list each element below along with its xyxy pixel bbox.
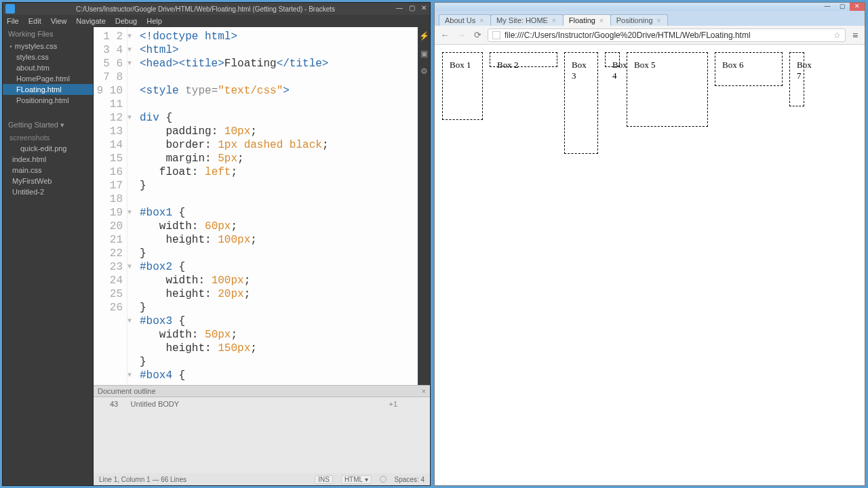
maximize-button[interactable]: ▢	[407, 5, 416, 13]
menu-navigate[interactable]: Navigate	[76, 17, 105, 25]
tab-floating[interactable]: Floating×	[563, 14, 611, 26]
file-positioning[interactable]: Positioning.html	[3, 95, 93, 106]
tree-main[interactable]: main.css	[3, 165, 93, 176]
status-lang[interactable]: HTML ▾	[341, 475, 372, 484]
outline-title: Document outline	[94, 386, 430, 397]
chrome-toolbar: ← → ⟳ file:///C:/Users/Instructor/Google…	[435, 26, 865, 45]
tab-close-icon[interactable]: ×	[657, 17, 661, 24]
chrome-minimize[interactable]: —	[820, 3, 835, 11]
chrome-menu-icon[interactable]: ≡	[850, 30, 861, 41]
brackets-titlebar: C:/Users/Instructor/Google Drive/HTML/We…	[3, 3, 430, 15]
brackets-title: C:/Users/Instructor/Google Drive/HTML/We…	[18, 5, 393, 13]
brackets-window: C:/Users/Instructor/Google Drive/HTML/We…	[2, 2, 431, 486]
float-box-7: Box 7	[789, 52, 804, 106]
code-editor[interactable]: 1 2 3 4 5 6 7 8 9 10 11 12 13 14 15 16 1…	[94, 27, 430, 385]
menu-file[interactable]: File	[7, 17, 19, 25]
outline-close-icon[interactable]: ×	[422, 387, 426, 395]
working-files-head: Working Files	[3, 27, 93, 41]
menu-help[interactable]: Help	[146, 17, 162, 25]
tree-index[interactable]: index.html	[3, 154, 93, 165]
status-indicator-icon	[380, 476, 387, 483]
page-icon	[492, 31, 500, 39]
screenshots-folder[interactable]: screenshots	[3, 132, 93, 143]
float-box-1: Box 1	[442, 52, 483, 120]
status-ins[interactable]: INS	[315, 475, 333, 484]
status-spaces[interactable]: Spaces: 4	[395, 476, 425, 483]
float-box-2: Box 2	[490, 52, 557, 67]
brackets-menubar: File Edit View Navigate Debug Help	[3, 15, 430, 27]
bookmark-star-icon[interactable]: ☆	[833, 30, 841, 40]
brackets-app-icon	[5, 4, 15, 14]
chrome-window: — ▢ ✕ About Us× My Site: HOME× Floating×…	[434, 2, 865, 486]
tree-myfirstweb[interactable]: MyFirstWeb	[3, 176, 93, 186]
file-floating[interactable]: FLoating.html	[3, 84, 93, 95]
menu-debug[interactable]: Debug	[115, 17, 137, 25]
settings-icon[interactable]: ⚙	[419, 66, 429, 76]
statusbar: Line 1, Column 1 — 66 Lines INS HTML ▾ S…	[94, 473, 430, 485]
forward-button[interactable]: →	[455, 30, 467, 40]
float-box-5: Box 5	[627, 52, 708, 127]
tab-close-icon[interactable]: ×	[479, 17, 484, 24]
line-gutter: 1 2 3 4 5 6 7 8 9 10 11 12 13 14 15 16 1…	[94, 27, 127, 385]
close-button[interactable]: ✕	[419, 5, 429, 13]
tree-untitled2[interactable]: Untitled-2	[3, 186, 93, 197]
file-about[interactable]: about.htm	[3, 62, 93, 73]
chrome-titlebar: — ▢ ✕	[435, 3, 865, 11]
live-preview-icon[interactable]: ⚡	[419, 31, 429, 41]
page-content: Box 1Box 2Box 3Box 4Box 5Box 6Box 7	[435, 45, 865, 485]
minimize-button[interactable]: —	[395, 5, 404, 13]
tab-my-site-home[interactable]: My Site: HOME×	[490, 14, 564, 26]
chrome-close[interactable]: ✕	[850, 3, 865, 11]
chrome-tabstrip: About Us× My Site: HOME× Floating× Posit…	[435, 11, 865, 26]
outline-row-num: 43	[110, 400, 118, 408]
tab-close-icon[interactable]: ×	[599, 17, 604, 24]
editor-right-panel: ⚡ ▣ ⚙	[418, 27, 430, 385]
file-mystyles[interactable]: mystyles.css	[3, 41, 93, 52]
extensions-icon[interactable]: ▣	[419, 49, 429, 58]
tree-quickedit[interactable]: quick-edit.png	[3, 143, 93, 154]
status-cursor: Line 1, Column 1 — 66 Lines	[99, 476, 186, 483]
brackets-sidebar: Working Files mystyles.css styles.css ab…	[3, 27, 94, 485]
code-content[interactable]: <!doctype html> <html> <head><title>Floa…	[137, 27, 418, 385]
tab-close-icon[interactable]: ×	[552, 17, 556, 24]
float-box-4: Box 4	[605, 52, 620, 67]
url-text: file:///C:/Users/Instructor/Google%20Dri…	[505, 30, 751, 40]
getting-started-head[interactable]: Getting Started ▾	[3, 118, 93, 132]
file-homepage[interactable]: HomePage.html	[3, 73, 93, 84]
document-outline-panel: Document outline × 43 Untitled BODY +1	[94, 385, 430, 473]
reload-button[interactable]: ⟳	[471, 30, 484, 40]
file-styles[interactable]: styles.css	[3, 52, 93, 62]
back-button[interactable]: ←	[439, 30, 451, 40]
chrome-maximize[interactable]: ▢	[835, 3, 850, 11]
tab-about-us[interactable]: About Us×	[439, 14, 491, 26]
float-box-3: Box 3	[564, 52, 598, 154]
float-box-6: Box 6	[715, 52, 783, 86]
fold-gutter	[127, 27, 137, 385]
menu-edit[interactable]: Edit	[28, 17, 41, 25]
outline-row-right: +1	[389, 400, 397, 408]
menu-view[interactable]: View	[51, 17, 67, 25]
tab-positioning[interactable]: Positioning×	[610, 14, 669, 26]
outline-row-label[interactable]: Untitled BODY	[131, 400, 180, 408]
url-bar[interactable]: file:///C:/Users/Instructor/Google%20Dri…	[488, 28, 846, 42]
